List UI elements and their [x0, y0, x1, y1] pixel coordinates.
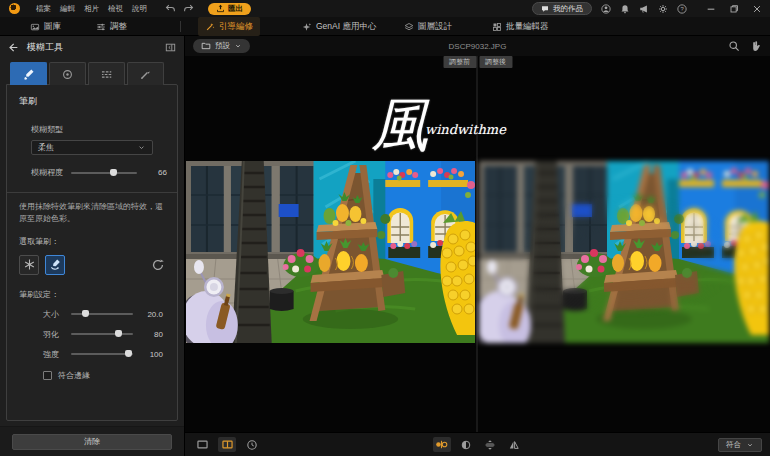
menu-help[interactable]: 說明: [132, 4, 147, 14]
erase-brush-button[interactable]: [45, 255, 65, 275]
sidebar-title: 模糊工具: [27, 41, 63, 54]
size-slider[interactable]: [71, 313, 133, 315]
eraser-brush-icon: [49, 258, 62, 271]
before-pane[interactable]: [185, 56, 476, 432]
slider-thumb[interactable]: [125, 350, 132, 357]
back-icon[interactable]: [8, 42, 19, 53]
slider-thumb[interactable]: [115, 330, 122, 337]
tool-sidebar: 模糊工具 筆刷 模糊類型 柔焦 模糊程度: [0, 36, 185, 456]
compare-mirror-icon: [508, 439, 520, 451]
after-pane[interactable]: [478, 56, 770, 432]
layers-icon: [404, 22, 414, 32]
blur-type-dropdown[interactable]: 柔焦: [31, 140, 153, 155]
close-icon[interactable]: [752, 4, 762, 14]
tool-tabs: [10, 62, 184, 85]
blur-amount-value: 66: [145, 168, 167, 177]
history-button[interactable]: [243, 437, 261, 452]
chevron-down-icon: [137, 143, 146, 152]
app-logo-icon: [9, 3, 20, 14]
divider: [7, 192, 177, 193]
strength-value: 100: [141, 350, 163, 359]
preset-source-label: 預設: [215, 41, 230, 51]
compare-view-button[interactable]: [218, 437, 236, 452]
notifications-icon[interactable]: [620, 4, 630, 14]
slider-thumb[interactable]: [110, 169, 117, 176]
before-image[interactable]: [186, 161, 475, 343]
zoom-tool-icon[interactable]: [728, 40, 740, 52]
tab-layer-design[interactable]: 圖層設計: [404, 17, 452, 36]
feather-slider[interactable]: [71, 333, 133, 335]
tab-batch-editor[interactable]: 批量編輯器: [492, 17, 549, 36]
collapse-panel-icon[interactable]: [165, 42, 176, 53]
fit-edges-label: 符合邊緣: [58, 370, 90, 381]
after-tab[interactable]: 調整後: [479, 56, 512, 68]
help-icon[interactable]: [677, 4, 687, 14]
tab-pen-tool[interactable]: [127, 62, 164, 85]
compare-top-bottom-button[interactable]: [481, 437, 499, 452]
titlebar: 檔案 編輯 相片 檢視 說明 匯出 我的作品: [0, 0, 770, 17]
feather-label: 羽化: [43, 329, 63, 340]
compare-mirror-button[interactable]: [505, 437, 523, 452]
menu-edit[interactable]: 編輯: [60, 4, 75, 14]
menu-file[interactable]: 檔案: [36, 4, 51, 14]
redo-icon[interactable]: [183, 3, 194, 14]
compare-side-icon: [435, 438, 448, 451]
sparkle-icon: [302, 22, 312, 32]
tab-library[interactable]: 圖庫: [30, 17, 61, 36]
before-tab[interactable]: 調整前: [443, 56, 476, 68]
module-bar: 圖庫 調整 引導編修 GenAI 應用中心 圖層設計 批量編輯器: [0, 17, 770, 36]
strength-slider[interactable]: [71, 353, 133, 355]
tab-radial-tool[interactable]: [49, 62, 86, 85]
batch-icon: [492, 22, 502, 32]
strength-label: 強度: [43, 349, 63, 360]
history-icon: [246, 439, 258, 451]
effect-brush-button[interactable]: [19, 255, 39, 275]
blur-amount-label: 模糊程度: [31, 167, 63, 178]
after-image[interactable]: [479, 161, 769, 343]
blur-amount-slider[interactable]: [71, 172, 137, 174]
clear-button[interactable]: 清除: [12, 434, 172, 450]
slider-thumb[interactable]: [82, 310, 89, 317]
compare-side-by-side-button[interactable]: [433, 437, 451, 452]
fit-edges-checkbox[interactable]: [43, 371, 52, 380]
module-divider: [180, 21, 181, 32]
menubar: 檔案 編輯 相片 檢視 說明: [36, 4, 147, 14]
zoom-fit-dropdown[interactable]: 符合: [718, 438, 762, 452]
tab-genai-hub[interactable]: GenAI 應用中心: [302, 17, 376, 36]
blur-type-label: 模糊類型: [31, 124, 153, 135]
size-label: 大小: [43, 309, 63, 320]
adjust-icon: [96, 22, 106, 32]
settings-icon[interactable]: [658, 4, 668, 14]
my-works-button[interactable]: 我的作品: [532, 2, 592, 15]
chevron-down-icon: [234, 42, 242, 50]
dashed-lines-icon: [100, 68, 113, 81]
chevron-down-icon: [746, 441, 754, 449]
single-view-button[interactable]: [193, 437, 211, 452]
compare-split-button[interactable]: [457, 437, 475, 452]
feather-value: 80: [141, 330, 163, 339]
select-brush-label: 選取筆刷：: [19, 236, 165, 247]
my-works-label: 我的作品: [553, 4, 583, 14]
photodirector-window: 檔案 編輯 相片 檢視 說明 匯出 我的作品: [0, 0, 770, 456]
hand-tool-icon[interactable]: [750, 40, 762, 52]
undo-icon[interactable]: [165, 3, 176, 14]
export-button[interactable]: 匯出: [208, 3, 251, 15]
compare-split-icon: [460, 439, 472, 451]
reset-brushes-icon[interactable]: [151, 258, 165, 272]
tab-gradient-tool[interactable]: [88, 62, 125, 85]
erase-brush-description: 使用抹除特效筆刷來清除區域的特效，還原至原始色彩。: [19, 201, 165, 226]
tab-guided-edit[interactable]: 引導編修: [198, 17, 260, 36]
dual-view-icon: [221, 438, 234, 451]
blur-brush-icon: [23, 258, 36, 271]
folder-icon: [201, 41, 211, 51]
minimize-icon[interactable]: [706, 4, 716, 14]
announcements-icon[interactable]: [639, 4, 649, 14]
tab-adjust[interactable]: 調整: [96, 17, 127, 36]
tab-brush-tool[interactable]: [10, 62, 47, 85]
menu-view[interactable]: 檢視: [108, 4, 123, 14]
preset-source-button[interactable]: 預設: [193, 39, 250, 53]
account-icon[interactable]: [601, 4, 611, 14]
maximize-icon[interactable]: [729, 4, 739, 14]
menu-photo[interactable]: 相片: [84, 4, 99, 14]
panel-section-title: 筆刷: [19, 95, 165, 108]
